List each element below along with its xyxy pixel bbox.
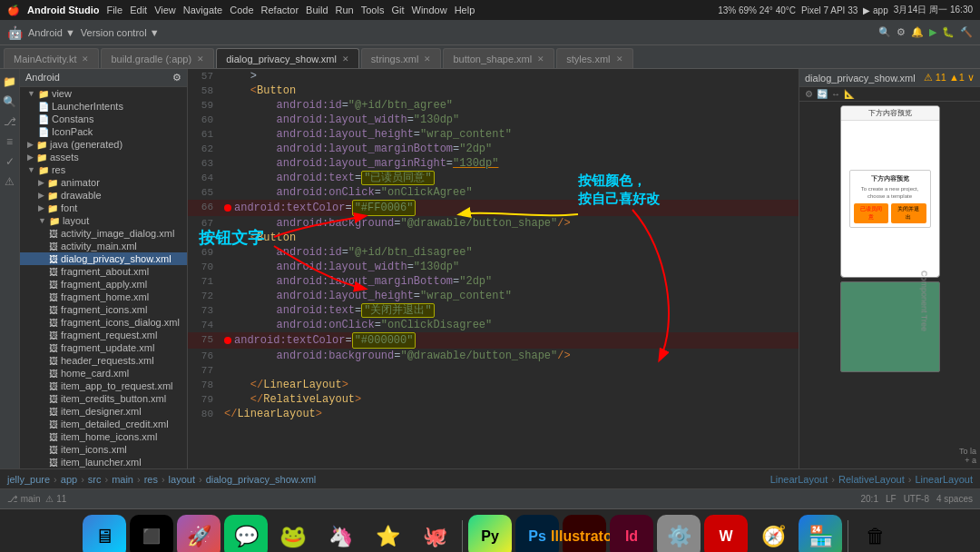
relativelayout-breadcrumb[interactable]: RelativeLayout — [838, 474, 905, 485]
dock-finder[interactable]: 🖥 — [83, 515, 126, 553]
tree-item-fragment-request[interactable]: 🖼 fragment_request.xml — [20, 329, 187, 341]
tree-item-item-app[interactable]: 🖼 item_app_to_request.xml — [20, 380, 187, 392]
sidebar-structure-icon[interactable]: ≡ — [1, 133, 19, 151]
dock-wps[interactable]: W — [704, 515, 748, 553]
tree-item-item-icons[interactable]: 🖼 item_icons.xml — [20, 443, 187, 456]
menu-navigate[interactable]: Navigate — [183, 5, 222, 15]
debug-icon[interactable]: 🐛 — [942, 26, 955, 38]
project-panel-gear[interactable]: ⚙ — [172, 72, 181, 84]
menu-tools[interactable]: Tools — [361, 5, 385, 15]
sidebar-git-icon[interactable]: ⎇ — [1, 113, 19, 131]
menu-git[interactable]: Git — [391, 5, 404, 15]
dock-pycharm[interactable]: Py — [468, 515, 512, 553]
breadcrumb-layout[interactable]: layout — [169, 474, 195, 485]
dock-appstore[interactable]: 🏪 — [799, 515, 842, 553]
tree-item-launcher[interactable]: 📄 LauncherIntents — [20, 100, 187, 113]
dock-wechat[interactable]: 💬 — [224, 515, 268, 553]
tree-item-animator[interactable]: ▶ 📁 animator — [20, 176, 187, 189]
tree-item-assets[interactable]: ▶ 📁 assets — [20, 151, 187, 163]
tree-item-constans[interactable]: 📄 Constans — [20, 113, 187, 125]
tree-item-fragment-apply[interactable]: 🖼 fragment_apply.xml — [20, 278, 187, 291]
tree-item-fragment-icons-dialog[interactable]: 🖼 fragment_icons_dialog.xml — [20, 316, 187, 329]
tab-close-icon[interactable]: ✕ — [424, 54, 431, 64]
tab-strings[interactable]: strings.xml ✕ — [361, 48, 442, 68]
measure-icon[interactable]: 📐 — [844, 89, 855, 99]
linearlayout-breadcrumb[interactable]: LinearLayout — [770, 474, 828, 485]
tree-item-item-home-icons[interactable]: 🖼 item_home_icons.xml — [20, 430, 187, 443]
menu-view[interactable]: View — [154, 5, 176, 15]
linearlayout2-breadcrumb[interactable]: LinearLayout — [915, 474, 973, 485]
tab-close-icon[interactable]: ✕ — [616, 54, 623, 64]
breadcrumb-src[interactable]: src — [88, 474, 102, 485]
apple-icon[interactable]: 🍎 — [7, 5, 20, 16]
breadcrumb-file[interactable]: dialog_privacy_show.xml — [206, 474, 317, 485]
menu-refactor[interactable]: Refactor — [261, 5, 299, 15]
btn-agree-preview[interactable]: 已读员同意 — [854, 203, 889, 223]
tab-close-icon[interactable]: ✕ — [537, 54, 544, 64]
tree-item-home-card[interactable]: 🖼 home_card.xml — [20, 367, 187, 380]
tree-item-item-credits[interactable]: 🖼 item_credits_button.xml — [20, 392, 187, 405]
menu-window[interactable]: Window — [412, 5, 447, 15]
dock-trash[interactable]: 🗑 — [854, 515, 897, 553]
dock-terminal[interactable]: ⬛ — [130, 515, 173, 553]
tree-item-item-detailed[interactable]: 🖼 item_detailed_credit.xml — [20, 418, 187, 430]
tree-item-header[interactable]: 🖼 header_requests.xml — [20, 354, 187, 367]
dock-app4[interactable]: 🐸 — [271, 515, 315, 553]
tree-item-item-designer[interactable]: 🖼 item_designer.xml — [20, 405, 187, 418]
tab-button-shape[interactable]: button_shape.xml ✕ — [443, 48, 554, 68]
menu-file[interactable]: File — [106, 5, 122, 15]
git-branch[interactable]: ⎇ main — [7, 494, 40, 504]
resize-icon[interactable]: ↔ — [831, 89, 840, 99]
settings-icon[interactable]: ⚙ — [897, 26, 906, 38]
tree-item-activity-image[interactable]: 🖼 activity_image_dialog.xml — [20, 227, 187, 240]
sidebar-project-icon[interactable]: 📁 — [1, 73, 19, 91]
sidebar-todo-icon[interactable]: ✓ — [1, 153, 19, 171]
menu-run[interactable]: Run — [336, 5, 354, 15]
code-editor[interactable]: 57 > 58 <Button 59 android:id="@+id/btn_… — [188, 69, 799, 468]
dock-indesign[interactable]: Id — [610, 515, 653, 553]
run-icon[interactable]: ▶ — [929, 26, 936, 38]
tree-item-view[interactable]: ▼ 📁 view — [20, 87, 187, 100]
tree-item-fragment-home[interactable]: 🖼 fragment_home.xml — [20, 291, 187, 303]
tree-item-font[interactable]: ▶ 📁 font — [20, 202, 187, 214]
dock-app5[interactable]: 🦄 — [318, 515, 362, 553]
tree-item-fragment-icons[interactable]: 🖼 fragment_icons.xml — [20, 303, 187, 316]
tree-item-fragment-about[interactable]: 🖼 fragment_about.xml — [20, 265, 187, 278]
dock-illustrator[interactable]: Illustrator — [563, 515, 606, 553]
menu-code[interactable]: Code — [230, 5, 253, 15]
menu-help[interactable]: Help — [455, 5, 475, 15]
version-dropdown[interactable]: Version control ▼ — [81, 27, 160, 38]
btn-disagree-preview[interactable]: 关闭并退出 — [891, 203, 926, 223]
sidebar-search-icon[interactable]: 🔍 — [1, 93, 19, 111]
tab-close-icon[interactable]: ✕ — [197, 54, 204, 64]
refresh-icon[interactable]: 🔄 — [817, 89, 828, 99]
menu-edit[interactable]: Edit — [130, 5, 147, 15]
tab-main-activity[interactable]: MainActivity.kt ✕ — [4, 48, 99, 68]
tab-styles[interactable]: styles.xml ✕ — [556, 48, 632, 68]
dock-settings[interactable]: ⚙️ — [657, 515, 701, 553]
tree-item-fragment-update[interactable]: 🖼 fragment_update.xml — [20, 341, 187, 354]
sidebar-problems-icon[interactable]: ⚠ — [1, 172, 19, 191]
project-dropdown[interactable]: Android ▼ — [28, 27, 75, 38]
breadcrumb-res[interactable]: res — [144, 474, 158, 485]
notifications-icon[interactable]: 🔔 — [911, 26, 924, 38]
tree-item-res[interactable]: ▼ 📁 res — [20, 163, 187, 176]
tab-close-icon[interactable]: ✕ — [82, 54, 89, 64]
tree-item-item-launcher[interactable]: 🖼 item_launcher.xml — [20, 456, 187, 468]
breadcrumb-app[interactable]: app — [61, 474, 77, 485]
breadcrumb-main[interactable]: main — [112, 474, 133, 485]
breadcrumb-project[interactable]: jelly_pure — [7, 474, 50, 485]
tab-build-gradle[interactable]: build.gradle (:app) ✕ — [101, 48, 214, 68]
tab-dialog-privacy[interactable]: dialog_privacy_show.xml ✕ — [216, 48, 359, 68]
editor-area[interactable]: 57 > 58 <Button 59 android:id="@+id/btn_… — [188, 69, 799, 468]
search-everywhere-icon[interactable]: 🔍 — [878, 26, 891, 38]
tree-item-dialog-privacy[interactable]: 🖼 dialog_privacy_show.xml — [20, 252, 187, 265]
menu-build[interactable]: Build — [306, 5, 328, 15]
dock-launchpad[interactable]: 🚀 — [177, 515, 220, 553]
tree-item-layout[interactable]: ▼ 📁 layout — [20, 214, 187, 227]
dock-app6[interactable]: ⭐ — [366, 515, 409, 553]
dock-app7[interactable]: 🐙 — [413, 515, 456, 553]
tree-item-iconpack[interactable]: 📄 IconPack — [20, 125, 187, 138]
dock-safari[interactable]: 🧭 — [751, 515, 795, 553]
tree-item-drawable[interactable]: ▶ 📁 drawable — [20, 189, 187, 202]
